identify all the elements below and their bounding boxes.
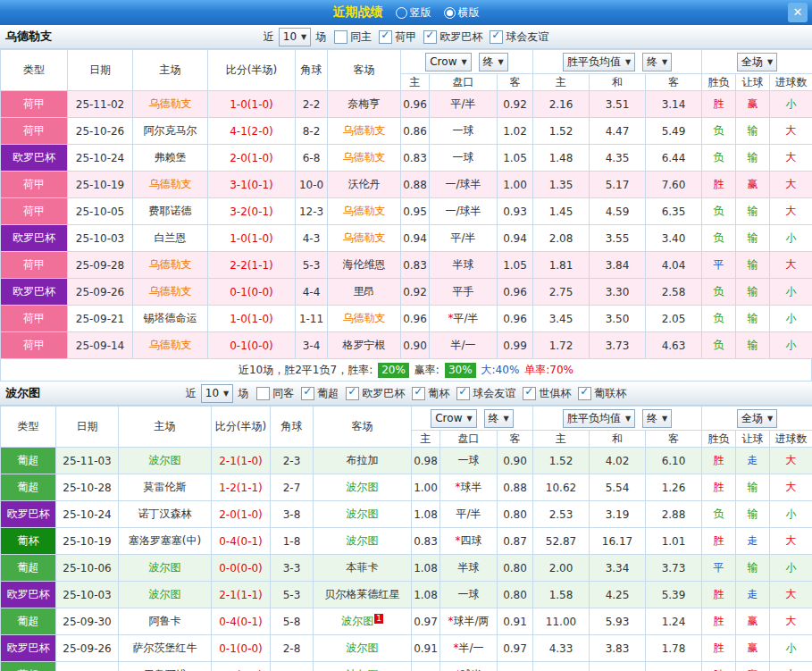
final-select[interactable]: 终 ▼ [642, 409, 672, 428]
filter-checkbox[interactable]: 葡超 [301, 386, 339, 401]
filter-checkbox[interactable]: 葡杯 [412, 386, 449, 401]
close-button[interactable]: ✕ [788, 3, 808, 22]
filter-checkbox[interactable]: 欧罗巴杯 [346, 386, 405, 401]
wdl-average-select[interactable]: 胜平负均值 ▼ [563, 53, 635, 71]
handicap-line: 平/半 [430, 225, 498, 252]
handicap-line: 一球 [440, 448, 498, 474]
league-badge: 欧罗巴杯 [1, 225, 68, 252]
draw-odds: 16.17 [590, 528, 646, 555]
league-badge: 荷甲 [1, 118, 68, 145]
home-team: 波尔图 [119, 555, 212, 582]
matches-body: 荷甲25-11-02乌德勒支1-0(1-0)2-2奈梅亨0.96平/半0.922… [1, 91, 812, 359]
filter-checkbox[interactable]: 荷甲 [379, 29, 416, 45]
radio-horizontal-layout[interactable]: 横版 [444, 5, 480, 21]
sub-header-lose: 客 [646, 431, 702, 448]
final-select[interactable]: 终 ▼ [642, 53, 672, 71]
handicap-away-odds: 1.05 [498, 252, 533, 279]
corner-count: 2-8 [271, 635, 314, 662]
col-header-away: 客场 [314, 407, 412, 448]
filter-checkbox[interactable]: 世俱杯 [523, 386, 571, 401]
radio-vertical-layout[interactable]: 竖版 [396, 5, 431, 21]
handicap-line: *平/半 [430, 306, 498, 332]
checkbox-icon[interactable] [346, 387, 359, 400]
checkbox-icon[interactable] [423, 30, 437, 44]
handicap-home-odds: 0.86 [401, 118, 430, 145]
sub-header-handicap-line: 盘口 [430, 74, 498, 91]
filter-checkbox[interactable]: 欧罗巴杯 [423, 29, 482, 45]
result-goals: 大 [770, 145, 812, 172]
checkbox-icon[interactable] [490, 30, 503, 44]
col-header-corner: 角球 [296, 50, 328, 91]
result-outcome: 胜 [702, 608, 736, 635]
checkbox-icon[interactable] [578, 387, 591, 400]
handicap-line: 一球 [430, 118, 498, 145]
chevron-down-icon: ▼ [767, 58, 773, 66]
odds-win-rate-badge: 30% [445, 363, 476, 378]
away-team: 本菲卡 [314, 555, 412, 582]
filter-checkbox[interactable]: 同客 [256, 386, 294, 401]
draw-odds: 3.19 [590, 501, 646, 528]
checkbox-icon[interactable] [379, 30, 392, 44]
home-team: 乌德勒支 [133, 279, 208, 306]
handicap-line: 一球 [440, 582, 498, 608]
radio-button-icon[interactable] [444, 7, 456, 19]
filter-checkbox[interactable]: 同主 [334, 29, 372, 45]
handicap-away-odds: 1.05 [498, 145, 533, 172]
checkbox-icon[interactable] [412, 387, 425, 400]
section-header: 乌德勒支 近 10 ▼ 场 同主荷甲欧罗巴杯球会友谊 [0, 25, 812, 49]
scope-select[interactable]: 全场 ▼ [737, 53, 777, 71]
corner-count: 3-8 [271, 501, 314, 528]
scope-select[interactable]: 全场 ▼ [737, 409, 777, 428]
match-date: 25-10-24 [68, 145, 133, 172]
chevron-down-icon: ▼ [498, 58, 504, 66]
win-odds: 2.16 [533, 91, 590, 118]
handicap-away-odds: 1.00 [498, 172, 533, 198]
sub-header-win: 主 [533, 74, 590, 91]
away-team: 乌德勒支 [328, 145, 401, 172]
win-odds: 8.40 [533, 662, 590, 671]
result-outcome: 负 [702, 145, 736, 172]
games-count-select[interactable]: 10 ▼ [201, 384, 233, 403]
filter-checkbox[interactable]: 球会友谊 [490, 29, 548, 45]
final-select[interactable]: 终 ▼ [484, 409, 514, 428]
result-outcome: 胜 [702, 662, 736, 671]
match-row: 欧罗巴杯25-10-24弗赖堡2-0(1-0)6-8乌德勒支0.83一球1.05… [1, 145, 812, 172]
checkbox-icon[interactable] [456, 387, 470, 400]
radio-horizontal-label: 横版 [458, 5, 480, 21]
win-odds: 2.00 [533, 555, 590, 582]
lose-odds: 2.58 [646, 279, 702, 306]
final-value: 终 [489, 411, 499, 426]
final-select[interactable]: 终 ▼ [479, 53, 508, 71]
handicap-line: 平/半 [440, 501, 498, 528]
filter-checkbox[interactable]: 球会友谊 [456, 386, 515, 401]
league-badge: 欧罗巴杯 [1, 582, 56, 608]
result-handicap: 赢 [736, 608, 770, 635]
games-count-select[interactable]: 10 ▼ [279, 28, 311, 46]
league-badge: 欧罗巴杯 [1, 635, 56, 662]
filter-checkbox[interactable]: 葡联杯 [578, 386, 626, 401]
corner-count: 2-10 [271, 662, 314, 671]
chevron-down-icon: ▼ [662, 415, 667, 423]
result-goals: 小 [770, 501, 812, 528]
home-team: 乌德勒支 [133, 172, 208, 198]
radio-button-icon[interactable] [396, 7, 407, 19]
draw-odds: 3.73 [590, 332, 646, 359]
bookmaker-select[interactable]: Crow ▼ [425, 53, 471, 71]
checkbox-icon[interactable] [334, 30, 347, 44]
match-date: 25-09-28 [68, 252, 133, 279]
score: 2-0(1-0) [208, 145, 296, 172]
corner-count: 3-4 [296, 332, 328, 359]
home-team: 莫雷伦斯 [119, 474, 212, 501]
bookmaker-select[interactable]: Crow ▼ [431, 409, 476, 428]
corner-count: 10-0 [296, 172, 328, 198]
checkbox-icon[interactable] [523, 387, 536, 400]
checkbox-icon[interactable] [301, 387, 314, 400]
corner-count: 6-8 [296, 145, 328, 172]
wdl-average-select[interactable]: 胜平负均值 ▼ [563, 409, 635, 428]
star-marker: * [448, 615, 453, 627]
chevron-down-icon: ▼ [223, 390, 229, 398]
checkbox-icon[interactable] [256, 387, 270, 400]
result-handicap: 赢 [736, 172, 770, 198]
match-date: 25-09-14 [68, 332, 133, 359]
match-row: 欧罗巴杯25-09-26萨尔茨堡红牛0-1(0-0)2-8波尔图0.91*半/一… [1, 635, 812, 662]
